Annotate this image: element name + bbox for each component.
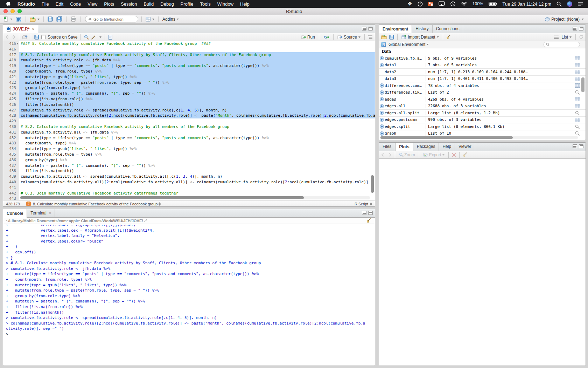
env-object-name[interactable]: edges.all.split [385, 111, 426, 115]
expander-icon[interactable] [379, 124, 385, 129]
code-line[interactable]: 423 group_by(from.role.type) %>% [3, 85, 375, 91]
document-outline-icon[interactable] [368, 35, 373, 39]
code-text[interactable]: mutate(n = paste(n, " (", cumsum(n), ")"… [19, 163, 375, 169]
code-line[interactable]: 427cumulative.fb.activity.role <- spread… [3, 108, 375, 113]
menu-build[interactable]: Build [144, 1, 154, 7]
environment-vertical-scrollbar[interactable] [581, 67, 584, 140]
run-button[interactable]: Run [300, 34, 316, 40]
tab-plots[interactable]: Plots [395, 142, 413, 151]
clear-plots-button[interactable] [463, 152, 468, 157]
code-text[interactable]: mutate(type = ifelse(type == "posts" | t… [19, 135, 375, 141]
tab-environment[interactable]: Environment [379, 25, 412, 33]
goto-file-function-box[interactable] [85, 16, 138, 22]
code-line[interactable]: 416 [3, 47, 375, 52]
expander-icon[interactable] [379, 56, 385, 60]
env-row[interactable]: data2num [1:7, 1] 0.213 0.169 0.164 0.24… [379, 69, 586, 76]
section-jump-menu[interactable]: # 8. Calculate monthly cumulative Facebo… [26, 201, 161, 206]
rerun-button[interactable] [322, 35, 330, 40]
menu-view[interactable]: View [88, 1, 97, 7]
tab-connections[interactable]: Connections [433, 25, 463, 33]
environment-search-box[interactable] [544, 42, 580, 47]
menu-session[interactable]: Session [121, 1, 137, 7]
code-tools-wand-icon[interactable] [91, 35, 97, 40]
code-text[interactable]: mutate(from.role.type = paste(from.role,… [19, 80, 375, 86]
line-number[interactable]: 422 [3, 80, 19, 86]
code-text[interactable]: colnames(cumulative.fb.activity.role)[2:… [19, 113, 375, 118]
zoom-plot-button[interactable]: Zoom [398, 152, 416, 158]
refresh-icon[interactable] [579, 35, 583, 39]
menu-tools[interactable]: Tools [200, 1, 210, 7]
code-text[interactable] [19, 185, 375, 191]
project-selector[interactable]: Project: (None) [545, 17, 585, 22]
env-row[interactable]: data17 obs. of 5 variables [379, 62, 586, 69]
notification-center-icon[interactable] [578, 1, 583, 7]
env-object-name[interactable]: data3 [385, 76, 426, 81]
code-line[interactable]: 428colnames(cumulative.fb.activity.role)… [3, 113, 375, 118]
import-dataset-button[interactable]: Import Dataset [401, 34, 440, 40]
code-line[interactable]: 420 count(month, from.role, type) %>% [3, 69, 375, 74]
code-line[interactable]: 436 group_by(type) %>% [3, 157, 375, 163]
code-line[interactable]: 439cumulative.fb.activity.all <- spread(… [3, 174, 375, 179]
line-number[interactable]: 441 [3, 185, 19, 191]
new-project-button[interactable] [15, 16, 22, 22]
line-number[interactable]: 421 [3, 74, 19, 80]
line-number[interactable]: 433 [3, 141, 19, 146]
env-row[interactable]: differences.lik…List of 2 [379, 89, 586, 96]
line-number[interactable]: 436 [3, 157, 19, 163]
code-line[interactable]: 437 mutate(n = paste(n, " (", cumsum(n),… [3, 163, 375, 169]
source-vertical-scrollbar[interactable] [371, 41, 374, 195]
source-on-save-checkbox[interactable] [41, 35, 46, 39]
console-maximize-icon[interactable] [368, 211, 373, 215]
compile-report-icon[interactable] [108, 35, 112, 40]
tab-files[interactable]: Files [379, 142, 395, 151]
airplay-display-icon[interactable] [439, 1, 445, 7]
env-object-name[interactable]: edges [385, 97, 426, 102]
console-output[interactable]: + vertex.label = V(graph.split[[i]])$lab… [3, 225, 375, 365]
line-number[interactable]: 425 [3, 96, 19, 102]
code-text[interactable]: mutate(type = ifelse(type == "posts" | t… [19, 63, 375, 69]
terminal-close-icon[interactable]: × [49, 211, 51, 215]
line-number[interactable]: 416 [3, 47, 19, 52]
line-number[interactable]: 432 [3, 135, 19, 141]
previous-plot-icon[interactable] [381, 153, 385, 157]
code-text[interactable]: mutate(n = paste(n, " (", cumsum(n), ")"… [19, 91, 375, 96]
console-prompt[interactable]: > [6, 332, 375, 337]
code-text[interactable]: # 8.2. Calculate monthly cumulative Face… [19, 124, 375, 130]
pane-layout-button[interactable] [145, 16, 155, 22]
goto-file-function-input[interactable] [93, 17, 135, 21]
line-number[interactable]: 431 [3, 130, 19, 135]
tab-console[interactable]: Console [3, 209, 27, 218]
code-line[interactable]: 417# 8.1. Calculate monthly cumulative F… [3, 52, 375, 58]
source-button[interactable]: Source [337, 34, 361, 40]
env-row[interactable]: edges.postcomm990 obs. of 3 variables [379, 117, 586, 124]
environment-maximize-icon[interactable] [579, 27, 583, 30]
env-object-name[interactable]: edges.split [385, 124, 426, 129]
env-object-name[interactable]: differences.com… [385, 83, 426, 88]
next-plot-icon[interactable] [387, 153, 392, 157]
time-machine-icon[interactable] [450, 1, 456, 7]
code-text[interactable]: #### 8. Calculate monthly cumulative Fac… [19, 41, 375, 47]
tab-packages[interactable]: Packages [413, 142, 439, 151]
plots-maximize-icon[interactable] [579, 144, 583, 148]
save-workspace-icon[interactable] [389, 35, 394, 40]
code-line[interactable]: 432 mutate(type = ifelse(type == "posts"… [3, 135, 375, 141]
spotlight-icon[interactable] [556, 1, 562, 7]
code-line[interactable]: 424 mutate(n = paste(n, " (", cumsum(n),… [3, 91, 375, 96]
filetype-menu[interactable]: R Script [355, 202, 372, 206]
env-object-name[interactable]: cumulative.fb.a… [385, 56, 426, 61]
code-text[interactable]: cumulative.fb.activity.role <- jfh.data … [19, 57, 375, 63]
code-line[interactable]: 434 mutate(type = gsub("likes", " likes"… [3, 146, 375, 152]
save-all-button[interactable] [56, 16, 63, 22]
list-view-selector[interactable]: List [561, 34, 572, 40]
menu-file[interactable]: File [42, 1, 49, 7]
clear-console-button[interactable] [367, 218, 372, 223]
goto-directory-icon[interactable] [144, 219, 148, 223]
code-line[interactable]: 421 mutate(type = gsub("likes", " likes"… [3, 74, 375, 80]
code-line[interactable]: 422 mutate(from.role.type = paste(from.r… [3, 80, 375, 86]
open-file-button[interactable] [29, 16, 40, 22]
line-number[interactable]: 419 [3, 63, 19, 69]
save-file-icon[interactable] [34, 35, 39, 40]
expander-icon[interactable] [379, 118, 385, 122]
tab-help[interactable]: Help [439, 142, 455, 151]
code-text[interactable]: colnames(cumulative.fb.activity.all)[2:n… [19, 179, 375, 185]
